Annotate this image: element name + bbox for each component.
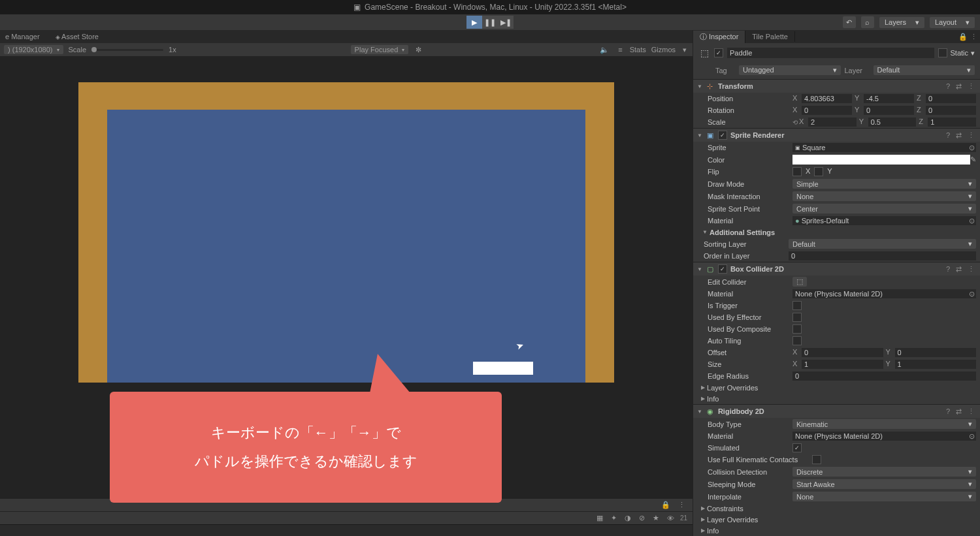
- static-dropdown-icon[interactable]: ▾: [971, 49, 975, 57]
- flip-x-checkbox[interactable]: [792, 167, 802, 176]
- tab-package-manager[interactable]: e Manager: [1, 31, 44, 42]
- size-x[interactable]: [802, 360, 883, 369]
- stats-icon[interactable]: ≡: [616, 46, 624, 54]
- sleeping-dropdown[interactable]: Start Awake▾: [792, 479, 976, 489]
- box-collider-header[interactable]: ▼ ▢ ✓ Box Collider 2D ? ⇄ ⋮: [693, 262, 980, 276]
- body-type-dropdown[interactable]: Kinematic▾: [792, 419, 976, 429]
- layer-dropdown[interactable]: Default▾: [874, 65, 975, 75]
- foldout-icon[interactable]: ▶: [701, 396, 705, 402]
- preset-icon[interactable]: ⇄: [955, 265, 963, 274]
- help-icon[interactable]: ?: [945, 265, 951, 273]
- search-icon[interactable]: ⌕: [861, 16, 874, 28]
- scale-slider[interactable]: [91, 49, 163, 51]
- lock-inspector-icon[interactable]: 🔒: [958, 33, 968, 41]
- rotation-z[interactable]: [926, 106, 976, 115]
- rb-material-field[interactable]: None (Physics Material 2D)⊙: [792, 432, 976, 441]
- scale-link-icon[interactable]: ⟲: [792, 119, 798, 126]
- menu-icon[interactable]: ⋮: [966, 82, 976, 91]
- resolution-dropdown[interactable]: ) (1920x1080): [4, 45, 63, 54]
- foldout-icon[interactable]: ▶: [701, 505, 705, 511]
- box-collider-enabled[interactable]: ✓: [718, 264, 727, 274]
- rotation-x[interactable]: [802, 106, 852, 115]
- offset-x[interactable]: [802, 348, 883, 357]
- inspector-menu-icon[interactable]: ⋮: [970, 33, 977, 41]
- preset-icon[interactable]: ⇄: [955, 407, 963, 416]
- sprite-renderer-header[interactable]: ▼ ▣ ✓ Sprite Renderer ? ⇄ ⋮: [693, 129, 980, 142]
- preset-icon[interactable]: ⇄: [955, 131, 963, 140]
- hierarchy-icon[interactable]: ✦: [609, 514, 619, 522]
- menu-icon[interactable]: ⋮: [966, 131, 976, 140]
- label-icon[interactable]: ◑: [623, 514, 633, 522]
- scale-x[interactable]: [808, 118, 857, 127]
- is-trigger-checkbox[interactable]: [792, 301, 802, 310]
- foldout-icon[interactable]: ▶: [701, 516, 705, 522]
- lock-icon[interactable]: 🔒: [659, 501, 672, 509]
- sort-point-dropdown[interactable]: Center▾: [792, 204, 976, 213]
- order-in-layer[interactable]: [789, 251, 976, 260]
- position-x[interactable]: [802, 94, 852, 103]
- static-checkbox[interactable]: [938, 48, 947, 57]
- auto-tiling-checkbox[interactable]: [792, 336, 802, 345]
- audio-icon[interactable]: 🔈: [598, 46, 611, 54]
- size-y[interactable]: [895, 360, 977, 369]
- tab-asset-store[interactable]: Asset Store: [52, 31, 103, 42]
- help-icon[interactable]: ?: [945, 82, 951, 90]
- bug-icon[interactable]: ✼: [414, 46, 423, 54]
- active-checkbox[interactable]: ✓: [714, 48, 723, 57]
- foldout-icon[interactable]: ▼: [702, 229, 708, 235]
- more-icon[interactable]: ⋮: [676, 501, 687, 509]
- position-y[interactable]: [864, 94, 914, 103]
- scale-y[interactable]: [868, 118, 917, 127]
- edit-collider-button[interactable]: ⬚: [792, 277, 807, 287]
- layers-dropdown[interactable]: Layers▾: [879, 17, 924, 28]
- used-by-composite-checkbox[interactable]: [792, 324, 802, 334]
- simulated-checkbox[interactable]: ✓: [792, 443, 802, 452]
- gameobject-name-input[interactable]: [727, 48, 934, 58]
- hidden-icon[interactable]: ⊘: [637, 514, 647, 522]
- eye-icon[interactable]: 👁: [665, 514, 676, 522]
- collider-material-field[interactable]: None (Physics Material 2D)⊙: [792, 289, 976, 298]
- menu-icon[interactable]: ⋮: [966, 265, 976, 274]
- play-button[interactable]: ▶: [466, 16, 482, 29]
- foldout-icon[interactable]: ▶: [701, 385, 705, 390]
- edge-radius[interactable]: [792, 371, 976, 381]
- tab-inspector[interactable]: ⓘ Inspector: [693, 31, 745, 43]
- preset-icon[interactable]: ⇄: [955, 82, 963, 91]
- sprite-field[interactable]: ▣Square⊙: [792, 143, 976, 152]
- gizmos-toggle[interactable]: Gizmos: [651, 46, 676, 54]
- rotation-y[interactable]: [864, 106, 914, 115]
- stats-toggle[interactable]: Stats: [630, 46, 646, 54]
- menu-icon[interactable]: ⋮: [966, 407, 976, 416]
- transform-header[interactable]: ▼ ⊹ Transform ? ⇄ ⋮: [693, 80, 980, 93]
- scale-z[interactable]: [928, 118, 976, 127]
- interpolate-dropdown[interactable]: None▾: [792, 492, 976, 501]
- layout-dropdown[interactable]: Layout▾: [930, 17, 975, 28]
- used-by-effector-checkbox[interactable]: [792, 313, 802, 322]
- mask-dropdown[interactable]: None▾: [792, 191, 976, 201]
- gameobject-icon[interactable]: ⬚: [698, 47, 710, 59]
- flip-y-checkbox[interactable]: [814, 167, 823, 176]
- favorite-icon[interactable]: ★: [651, 514, 661, 522]
- material-field[interactable]: ●Sprites-Default⊙: [792, 216, 976, 225]
- tab-tile-palette[interactable]: Tile Palette: [745, 31, 795, 42]
- collision-dropdown[interactable]: Discrete▾: [792, 467, 976, 477]
- offset-y[interactable]: [895, 348, 977, 357]
- draw-mode-dropdown[interactable]: Simple▾: [792, 179, 976, 189]
- rigidbody-header[interactable]: ▼ ◉ Rigidbody 2D ? ⇄ ⋮: [693, 405, 980, 418]
- grid-icon[interactable]: ▦: [595, 514, 605, 522]
- sorting-layer-dropdown[interactable]: Default▾: [789, 239, 976, 249]
- step-button[interactable]: ▶❚: [498, 16, 514, 29]
- play-focused-dropdown[interactable]: Play Focused: [351, 45, 409, 54]
- full-kinematic-checkbox[interactable]: [812, 455, 821, 464]
- eyedropper-icon[interactable]: ✎: [970, 155, 976, 164]
- gizmos-chevron-icon[interactable]: ▾: [681, 46, 689, 54]
- color-field[interactable]: [792, 155, 970, 165]
- foldout-icon[interactable]: ▶: [701, 528, 705, 533]
- sprite-renderer-enabled[interactable]: ✓: [718, 131, 727, 140]
- help-icon[interactable]: ?: [945, 131, 951, 139]
- help-icon[interactable]: ?: [945, 407, 951, 415]
- undo-history-icon[interactable]: ↶: [843, 16, 856, 28]
- position-z[interactable]: [926, 94, 976, 103]
- tag-dropdown[interactable]: Untagged▾: [739, 65, 841, 75]
- pause-button[interactable]: ❚❚: [482, 16, 498, 29]
